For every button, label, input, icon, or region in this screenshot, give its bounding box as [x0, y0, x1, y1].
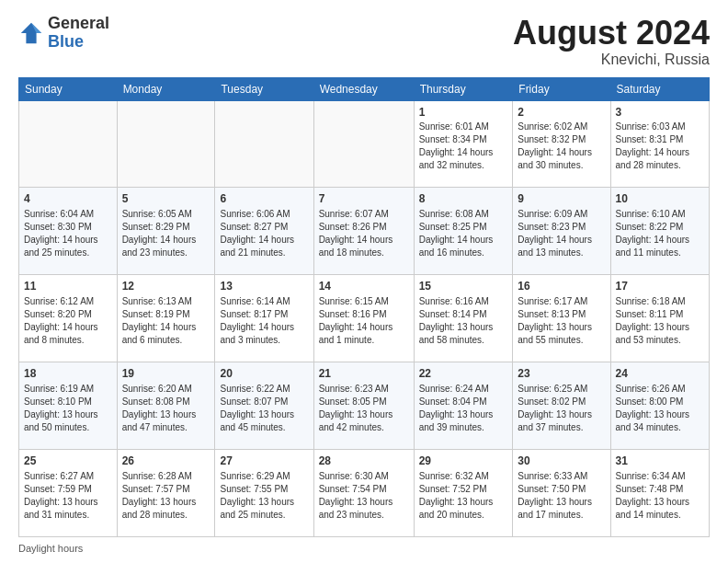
day-header-tuesday: Tuesday [215, 77, 313, 100]
cell-text: Daylight: 14 hours and 6 minutes. [122, 321, 210, 347]
cell-text: Daylight: 13 hours and 50 minutes. [24, 408, 112, 434]
calendar-cell: 9Sunrise: 6:09 AMSunset: 8:23 PMDaylight… [513, 188, 610, 275]
cell-text: Sunset: 8:05 PM [319, 396, 409, 408]
cell-text: Sunset: 7:48 PM [616, 483, 704, 496]
cell-text: Sunrise: 6:15 AM [319, 295, 409, 308]
title-block: August 2024 Knevichi, Russia [513, 15, 710, 68]
cell-text: Sunset: 8:32 PM [518, 133, 605, 146]
day-number: 30 [518, 454, 605, 469]
day-number: 14 [319, 279, 409, 294]
calendar-cell: 22Sunrise: 6:24 AMSunset: 8:04 PMDayligh… [414, 362, 513, 450]
cell-text: Sunset: 8:14 PM [419, 308, 508, 321]
calendar-cell: 6Sunrise: 6:06 AMSunset: 8:27 PMDaylight… [215, 188, 313, 275]
day-header-friday: Friday [513, 77, 610, 100]
day-number: 27 [220, 454, 308, 469]
calendar-cell: 8Sunrise: 6:08 AMSunset: 8:25 PMDaylight… [414, 188, 513, 275]
calendar-cell: 16Sunrise: 6:17 AMSunset: 8:13 PMDayligh… [513, 275, 610, 362]
cell-text: Sunset: 8:11 PM [616, 308, 704, 321]
calendar-cell: 28Sunrise: 6:30 AMSunset: 7:54 PMDayligh… [313, 450, 414, 537]
cell-text: Daylight: 13 hours and 31 minutes. [24, 496, 112, 522]
calendar-cell [19, 100, 118, 188]
week-row-5: 25Sunrise: 6:27 AMSunset: 7:59 PMDayligh… [19, 450, 710, 537]
cell-text: Sunrise: 6:30 AM [319, 470, 409, 483]
cell-text: Sunrise: 6:07 AM [319, 208, 409, 221]
day-number: 24 [616, 366, 704, 382]
calendar-cell: 21Sunrise: 6:23 AMSunset: 8:05 PMDayligh… [313, 362, 414, 450]
cell-text: Sunrise: 6:09 AM [518, 208, 605, 221]
cell-text: Sunrise: 6:13 AM [122, 295, 210, 308]
cell-text: Sunrise: 6:04 AM [24, 208, 112, 221]
cell-text: Sunset: 8:34 PM [419, 133, 508, 146]
cell-text: Sunrise: 6:08 AM [419, 208, 508, 221]
cell-text: Daylight: 13 hours and 58 minutes. [419, 321, 508, 347]
cell-text: Daylight: 13 hours and 47 minutes. [122, 408, 210, 434]
calendar-cell: 24Sunrise: 6:26 AMSunset: 8:00 PMDayligh… [610, 362, 709, 450]
cell-text: Daylight: 13 hours and 14 minutes. [616, 496, 704, 522]
calendar-cell: 12Sunrise: 6:13 AMSunset: 8:19 PMDayligh… [117, 275, 215, 362]
cell-text: Sunset: 8:07 PM [220, 396, 308, 408]
calendar-cell: 23Sunrise: 6:25 AMSunset: 8:02 PMDayligh… [513, 362, 610, 450]
cell-text: Sunset: 8:27 PM [220, 221, 308, 234]
day-number: 8 [419, 191, 508, 207]
day-number: 12 [122, 279, 210, 294]
calendar-cell: 17Sunrise: 6:18 AMSunset: 8:11 PMDayligh… [610, 275, 709, 362]
cell-text: Sunset: 8:19 PM [122, 308, 210, 321]
cell-text: Sunrise: 6:18 AM [616, 295, 704, 308]
week-row-2: 4Sunrise: 6:04 AMSunset: 8:30 PMDaylight… [19, 188, 710, 275]
day-number: 22 [419, 366, 508, 382]
cell-text: Daylight: 13 hours and 23 minutes. [319, 496, 409, 522]
footer-label: Daylight hours [18, 543, 83, 554]
cell-text: Sunrise: 6:05 AM [122, 208, 210, 221]
week-row-4: 18Sunrise: 6:19 AMSunset: 8:10 PMDayligh… [19, 362, 710, 450]
day-number: 1 [419, 105, 508, 121]
calendar-cell: 2Sunrise: 6:02 AMSunset: 8:32 PMDaylight… [513, 100, 610, 188]
cell-text: Daylight: 13 hours and 37 minutes. [518, 408, 605, 434]
cell-text: Daylight: 13 hours and 42 minutes. [319, 408, 409, 434]
calendar-body: 1Sunrise: 6:01 AMSunset: 8:34 PMDaylight… [19, 100, 710, 536]
cell-text: Sunset: 8:31 PM [616, 133, 704, 146]
cell-text: Sunrise: 6:22 AM [220, 383, 308, 396]
logo-icon [18, 20, 44, 46]
calendar-cell: 20Sunrise: 6:22 AMSunset: 8:07 PMDayligh… [215, 362, 313, 450]
cell-text: Daylight: 13 hours and 55 minutes. [518, 321, 605, 347]
cell-text: Sunrise: 6:16 AM [419, 295, 508, 308]
cell-text: Sunrise: 6:03 AM [616, 121, 704, 133]
calendar-cell: 29Sunrise: 6:32 AMSunset: 7:52 PMDayligh… [414, 450, 513, 537]
cell-text: Sunset: 8:13 PM [518, 308, 605, 321]
cell-text: Sunrise: 6:10 AM [616, 208, 704, 221]
day-number: 2 [518, 105, 605, 121]
cell-text: Daylight: 14 hours and 8 minutes. [24, 321, 112, 347]
calendar-cell: 31Sunrise: 6:34 AMSunset: 7:48 PMDayligh… [610, 450, 709, 537]
cell-text: Daylight: 14 hours and 32 minutes. [419, 146, 508, 172]
day-header-wednesday: Wednesday [313, 77, 414, 100]
calendar-cell: 19Sunrise: 6:20 AMSunset: 8:08 PMDayligh… [117, 362, 215, 450]
calendar-cell [313, 100, 414, 188]
calendar-cell: 27Sunrise: 6:29 AMSunset: 7:55 PMDayligh… [215, 450, 313, 537]
day-number: 3 [616, 105, 704, 121]
cell-text: Sunrise: 6:26 AM [616, 383, 704, 396]
cell-text: Sunrise: 6:28 AM [122, 470, 210, 483]
calendar-cell: 1Sunrise: 6:01 AMSunset: 8:34 PMDaylight… [414, 100, 513, 188]
calendar-table: SundayMondayTuesdayWednesdayThursdayFrid… [18, 77, 710, 537]
calendar-cell [117, 100, 215, 188]
cell-text: Sunset: 8:22 PM [616, 221, 704, 234]
day-number: 23 [518, 366, 605, 382]
cell-text: Daylight: 13 hours and 17 minutes. [518, 496, 605, 522]
cell-text: Sunrise: 6:29 AM [220, 470, 308, 483]
cell-text: Daylight: 14 hours and 25 minutes. [24, 234, 112, 259]
cell-text: Daylight: 14 hours and 16 minutes. [419, 234, 508, 259]
logo-general: General [48, 14, 109, 32]
cell-text: Sunset: 8:16 PM [319, 308, 409, 321]
cell-text: Sunrise: 6:25 AM [518, 383, 605, 396]
cell-text: Sunset: 7:55 PM [220, 483, 308, 496]
cell-text: Daylight: 13 hours and 45 minutes. [220, 408, 308, 434]
cell-text: Sunset: 8:23 PM [518, 221, 605, 234]
header: General Blue August 2024 Knevichi, Russi… [18, 15, 710, 68]
cell-text: Sunrise: 6:20 AM [122, 383, 210, 396]
day-number: 29 [419, 454, 508, 469]
cell-text: Daylight: 14 hours and 18 minutes. [319, 234, 409, 259]
calendar-cell: 11Sunrise: 6:12 AMSunset: 8:20 PMDayligh… [19, 275, 118, 362]
cell-text: Sunset: 7:57 PM [122, 483, 210, 496]
cell-text: Daylight: 13 hours and 53 minutes. [616, 321, 704, 347]
cell-text: Sunset: 8:25 PM [419, 221, 508, 234]
